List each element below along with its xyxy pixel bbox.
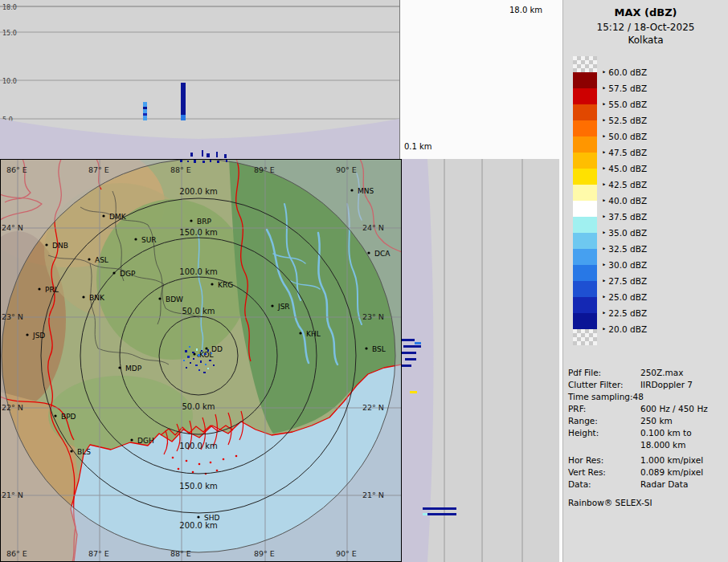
city-label: MDP — [125, 364, 142, 373]
city-label: PRL — [45, 286, 59, 294]
info-row: Hor Res: 1.000 km/pixel — [568, 454, 726, 466]
info-value: 250Z.max — [640, 367, 726, 379]
city-label: JSD — [32, 332, 45, 340]
scale-box — [573, 72, 597, 88]
ew-cross-section-panel: 18.0 15.0 10.0 5.0 — [0, 0, 400, 159]
range-ring-label: 100.0 km — [179, 442, 217, 450]
scale-box — [573, 217, 597, 233]
scale-label: 55.0 dBZ — [602, 99, 647, 110]
scale-label: 40.0 dBZ — [602, 195, 647, 206]
city-label: BSL — [372, 345, 386, 353]
lon-label: 89° E — [254, 165, 275, 174]
ew-cross-section-canvas: 18.0 15.0 10.0 5.0 — [0, 0, 399, 159]
info-label: Range: — [568, 415, 640, 427]
info-label: Vert Res: — [568, 466, 640, 479]
city-label: DGH — [137, 437, 154, 445]
city-label: MNS — [358, 187, 374, 195]
scale-label: 45.0 dBZ — [602, 163, 647, 174]
city-label: DMK — [109, 213, 127, 221]
scale-label: 37.5 dBZ — [602, 211, 647, 222]
range-ring-label: 50.0 km — [182, 307, 215, 316]
city-label: JSR — [277, 303, 290, 311]
info-label: PRF: — [568, 403, 640, 415]
info-value: 18.000 km — [640, 439, 726, 451]
info-row: Pdf File: 250Z.max — [568, 367, 726, 379]
info-row: Clutter Filter: IIRDoppler 7 — [568, 379, 726, 391]
lat-label: 23° N — [2, 312, 23, 321]
scale-box — [573, 136, 597, 153]
info-label: Pdf File: — [568, 367, 640, 379]
range-ring-label: 200.0 km — [179, 521, 217, 530]
range-ring-label: 150.0 km — [179, 228, 217, 237]
color-scale: 60.0 dBZ 57.5 dBZ 55.0 dBZ 52.5 dBZ 50.0… — [573, 56, 726, 345]
height-axis-min-label: 0.1 km — [404, 142, 432, 151]
range-ring-label: 150.0 km — [179, 482, 217, 491]
scale-label: 47.5 dBZ — [602, 147, 647, 158]
info-value: IIRDoppler 7 — [640, 379, 726, 391]
scale-box — [573, 56, 597, 72]
info-label: Time sampling:48 — [568, 391, 640, 403]
info-row: 18.000 km — [568, 439, 726, 451]
scale-box — [573, 281, 597, 297]
info-value: 0.089 km/pixel — [640, 466, 726, 479]
lat-label: 24° N — [362, 223, 384, 232]
scale-label: 22.5 dBZ — [602, 307, 647, 319]
info-row: Vert Res: 0.089 km/pixel — [568, 466, 726, 479]
scale-label: 57.5 dBZ — [602, 83, 647, 94]
range-ring-label: 100.0 km — [179, 267, 217, 276]
range-ring-label: 50.0 km — [182, 402, 215, 411]
lat-label: 21° N — [2, 491, 23, 499]
tick-label: 15.0 — [2, 30, 17, 37]
lon-label: 86° E — [6, 165, 27, 174]
scale-label: 30.0 dBZ — [602, 259, 647, 271]
beam-blind-zone-shading — [0, 119, 399, 159]
lat-label: 22° N — [2, 403, 23, 412]
lon-label: 87° E — [88, 549, 109, 558]
city-label: DGP — [120, 270, 136, 278]
software-brand: Rainbow® SELEX-SI — [568, 498, 726, 507]
ns-cross-section-panel — [402, 159, 559, 562]
info-label — [568, 439, 640, 451]
scale-label: 25.0 dBZ — [602, 291, 647, 303]
scale-box — [573, 297, 597, 313]
scale-box — [573, 249, 597, 265]
info-value: Radar Data — [640, 479, 726, 491]
scale-box — [573, 201, 597, 217]
info-row: Data: Radar Data — [568, 479, 726, 491]
scale-box — [573, 104, 597, 120]
scale-label: 50.0 dBZ — [602, 131, 647, 142]
scan-info-block: Pdf File: 250Z.max Clutter Filter: IIRDo… — [568, 367, 726, 507]
height-gridlines — [0, 6, 399, 119]
info-row: Height: 0.100 km to — [568, 427, 726, 439]
info-value — [640, 391, 726, 403]
scale-box — [573, 313, 597, 329]
height-gridlines — [444, 159, 522, 562]
city-label: DD — [211, 345, 223, 353]
info-value: 0.100 km to — [640, 427, 726, 439]
lon-label: 89° E — [254, 549, 275, 558]
city-label: DNB — [52, 242, 68, 250]
scale-label: 27.5 dBZ — [602, 275, 647, 287]
product-title: MAX (dBZ) — [563, 6, 728, 18]
scale-box — [573, 169, 597, 185]
station-name: Kolkata — [563, 35, 728, 46]
lon-label: 88° E — [170, 165, 191, 174]
city-label: BLS — [77, 448, 91, 456]
scale-box — [573, 265, 597, 281]
radar-map-canvas: 200.0 km 150.0 km 100.0 km 50.0 km 50.0 … — [0, 159, 402, 562]
range-ring-label: 200.0 km — [179, 187, 217, 196]
city-label: SUR — [141, 236, 157, 244]
lat-label: 24° N — [2, 223, 23, 232]
city-label: SHD — [204, 514, 219, 522]
city-label: BPD — [61, 413, 76, 421]
scan-datetime: 15:12 / 18-Oct-2025 — [563, 22, 728, 33]
info-row: Time sampling:48 — [568, 391, 726, 403]
scale-label: 42.5 dBZ — [602, 179, 647, 190]
city-label: KHL — [306, 330, 321, 338]
city-label: DCA — [374, 250, 391, 258]
scale-label: 35.0 dBZ — [602, 227, 647, 238]
lat-label: 23° N — [362, 312, 384, 321]
city-label: BRP — [197, 218, 211, 226]
radar-map-panel: 200.0 km 150.0 km 100.0 km 50.0 km 50.0 … — [0, 159, 402, 562]
info-label: Height: — [568, 427, 640, 439]
